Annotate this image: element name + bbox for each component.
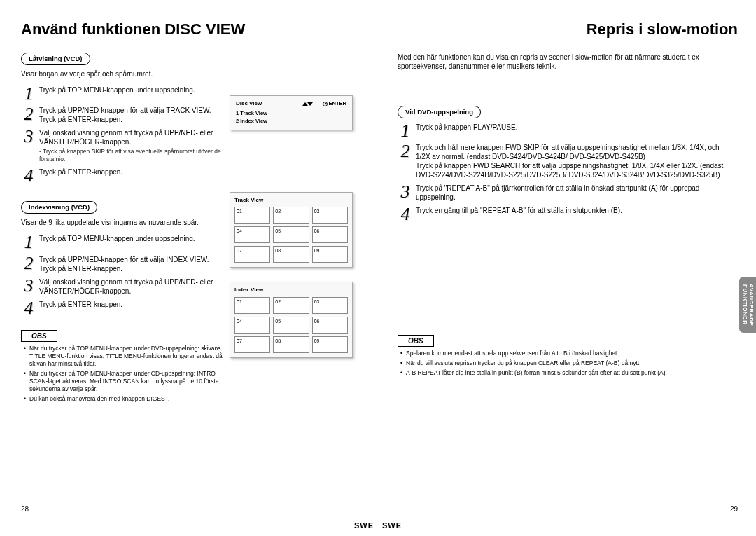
index-grid: 01 02 03 04 05 06 07 08 09 <box>234 297 348 353</box>
page-number: 29 <box>730 504 738 514</box>
step-text: Tryck på UPP/NED-knappen för att välja I… <box>39 255 224 273</box>
section-heading-indexvisning: Indexvisning (VCD) <box>21 201 97 214</box>
step: 1 Tryck på knappen PLAY/PAUSE. <box>398 123 727 139</box>
left-column: Låtvisning (VCD) Visar början av varje s… <box>21 53 224 404</box>
obs-label: OBS <box>21 330 57 342</box>
note-item: När du vill avsluta reprisen trycker du … <box>400 359 738 367</box>
step: 4 Tryck en gång till på "REPEAT A-B" för… <box>398 206 727 222</box>
grid-cell: 02 <box>273 207 309 224</box>
steps-list-2: 1 Tryck på TOP MENU-knappen under uppspe… <box>21 234 224 316</box>
step-number: 2 <box>21 255 36 271</box>
note-item: Spelaren kommer endast att spela upp sek… <box>400 350 738 357</box>
note-item: När du trycker på TOP MENU-knappen under… <box>24 370 224 393</box>
grid-cell: 02 <box>273 297 309 314</box>
step-text: Tryck på ENTER-knappen. <box>39 167 224 177</box>
steps-list-1: 1 Tryck på TOP MENU-knappen under uppspe… <box>21 85 224 184</box>
grid-cell: 03 <box>312 297 348 314</box>
grid-cell: 04 <box>234 226 270 243</box>
step-number: 1 <box>21 234 36 250</box>
note-item: Du kan också manövrera den med knappen D… <box>24 395 224 403</box>
step-number: 3 <box>398 184 413 200</box>
updown-icon <box>302 102 313 106</box>
step-text: Välj önskad visning genom att trycka på … <box>39 128 224 163</box>
osd-menu-item: 1 Track View <box>236 110 346 117</box>
grid-cell: 06 <box>312 317 348 334</box>
grid-cell: 09 <box>312 246 348 263</box>
enter-label: ENTER <box>329 100 346 107</box>
grid-cell: 07 <box>234 246 270 263</box>
grid-cell: 06 <box>312 226 348 243</box>
page-left: Använd funktionen DISC VIEW Låtvisning (… <box>0 0 378 536</box>
step-text: Tryck på "REPEAT A-B" på fjärrkontrollen… <box>416 184 727 202</box>
grid-cell: 07 <box>234 336 270 353</box>
track-view-panel: Track View 01 02 03 04 05 06 07 08 09 <box>230 192 353 268</box>
step: 4 Tryck på ENTER-knappen. <box>21 167 224 184</box>
page-title-left: Använd funktionen DISC VIEW <box>21 20 363 40</box>
step-text: Välj onskad visning genom att trycka på … <box>39 277 224 296</box>
note-item: A-B REPEAT låter dig inte ställa in punk… <box>400 369 738 377</box>
panel-title: Index View <box>234 287 348 294</box>
footer-language: SWE <box>354 521 374 530</box>
step-number: 2 <box>398 143 413 159</box>
osd-menu-item: 2 Index View <box>236 118 346 125</box>
step: 3 Tryck på "REPEAT A-B" på fjärrkontroll… <box>398 184 727 202</box>
step-subnote: - Tryck på knappen SKIP för att visa eve… <box>39 148 224 163</box>
step-number: 4 <box>21 300 36 316</box>
note-item: När du trycker på TOP MENU-knappen under… <box>24 345 224 368</box>
step-main-text: Välj önskad visning genom att trycka på … <box>39 129 213 146</box>
grid-cell: 08 <box>273 336 309 353</box>
step-number: 4 <box>398 206 413 222</box>
page-right: Repris i slow-motion Med den här funktio… <box>378 0 756 536</box>
grid-cell: 05 <box>273 317 309 334</box>
section-heading-dvd: Vid DVD-uppspelning <box>398 106 481 118</box>
step-number: 4 <box>21 167 36 184</box>
step-text: Tryck en gång till på "REPEAT A-B" för a… <box>416 206 727 215</box>
step-text: Tryck på TOP MENU-knappen under uppspeln… <box>39 85 224 95</box>
step: 2 Tryck på UPP/NED-knappen för att välja… <box>21 106 224 124</box>
grid-cell: 08 <box>273 246 309 263</box>
grid-cell: 01 <box>234 297 270 314</box>
step-number: 1 <box>398 123 413 139</box>
steps-list-right: 1 Tryck på knappen PLAY/PAUSE. 2 Tryck o… <box>398 123 727 223</box>
section-intro: Visar början av varje spår och spårnumre… <box>21 69 224 78</box>
step-number: 3 <box>21 128 36 144</box>
side-tab-advanced: AVANCERADE FUNKTIONER <box>739 277 756 333</box>
step-number: 2 <box>21 106 36 122</box>
footer-language: SWE <box>382 521 752 530</box>
step: 2 Tryck och håll nere knappen FWD SKIP f… <box>398 143 727 179</box>
grid-cell: 04 <box>234 317 270 334</box>
step-text: Tryck på UPP/NED-knappen för att välja T… <box>39 106 224 124</box>
step: 2 Tryck på UPP/NED-knappen för att välja… <box>21 255 224 273</box>
page-intro-right: Med den här funktionen kan du visa en re… <box>398 53 738 71</box>
step-text: Tryck och håll nere knappen FWD SKIP för… <box>416 143 727 179</box>
osd-disc-view-panel: Disc View ENTER 1 Track View 2 Index Vie… <box>230 95 353 130</box>
section-heading-latvisning: Låtvisning (VCD) <box>21 53 90 65</box>
step-text: Tryck på TOP MENU-knappen under uppspeln… <box>39 234 224 243</box>
grid-cell: 01 <box>234 207 270 224</box>
grid-cell: 09 <box>312 336 348 353</box>
section-intro: Visar de 9 lika uppdelade visningarna av… <box>21 218 224 227</box>
step-text: Tryck på ENTER-knappen. <box>39 300 224 309</box>
enter-icon: ENTER <box>323 100 346 107</box>
step: 1 Tryck på TOP MENU-knappen under uppspe… <box>21 85 224 102</box>
step: 3 Välj onskad visning genom att trycka p… <box>21 277 224 296</box>
obs-label: OBS <box>398 335 434 347</box>
page-number: 28 <box>21 504 29 514</box>
notes-list-right: Spelaren kommer endast att spela upp sek… <box>398 350 738 377</box>
osd-menu-list: 1 Track View 2 Index View <box>236 110 346 125</box>
panel-title: Track View <box>234 197 348 204</box>
grid-cell: 05 <box>273 226 309 243</box>
page-title-right: Repris i slow-motion <box>398 20 738 40</box>
grid-cell: 03 <box>312 207 348 224</box>
step: 4 Tryck på ENTER-knappen. <box>21 300 224 316</box>
step: 1 Tryck på TOP MENU-knappen under uppspe… <box>21 234 224 250</box>
step: 3 Välj önskad visning genom att trycka p… <box>21 128 224 163</box>
track-grid: 01 02 03 04 05 06 07 08 09 <box>234 207 348 263</box>
notes-list: När du trycker på TOP MENU-knappen under… <box>21 345 224 403</box>
step-text: Tryck på knappen PLAY/PAUSE. <box>416 123 727 132</box>
osd-title: Disc View <box>236 100 262 107</box>
step-number: 3 <box>21 277 36 294</box>
step-number: 1 <box>21 85 36 102</box>
index-view-panel: Index View 01 02 03 04 05 06 07 08 09 <box>230 282 353 357</box>
figure-column: Disc View ENTER 1 Track View 2 Index Vie… <box>230 95 353 372</box>
